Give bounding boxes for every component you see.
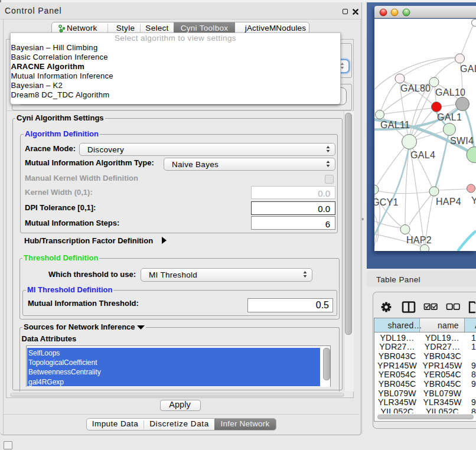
svg-text:HAP4: HAP4 — [436, 197, 461, 207]
svg-text:GCY1: GCY1 — [374, 197, 399, 207]
svg-text:GAL11: GAL11 — [380, 120, 410, 130]
svg-text:GAL80: GAL80 — [400, 83, 431, 93]
svg-text:GAL1: GAL1 — [437, 112, 462, 122]
svg-text:GAL: GAL — [460, 64, 476, 74]
svg-text:GAL4: GAL4 — [410, 150, 435, 160]
svg-text:GAL10: GAL10 — [435, 87, 465, 97]
svg-text:SWI4: SWI4 — [450, 136, 474, 146]
svg-text:HAP2: HAP2 — [406, 235, 432, 245]
svg-text:Y: Y — [471, 195, 476, 206]
